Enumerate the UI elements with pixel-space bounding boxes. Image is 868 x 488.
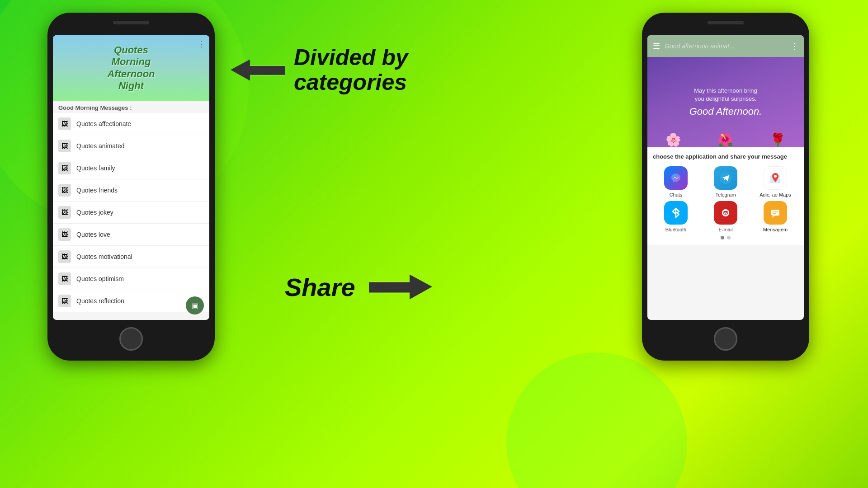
right-home-button[interactable] — [714, 327, 737, 351]
telegram-icon — [714, 166, 737, 190]
right-more-icon[interactable]: ⋮ — [790, 41, 798, 51]
list-item[interactable]: 🖼 Quotes reflection — [53, 290, 209, 312]
bluetooth-icon — [664, 201, 688, 225]
maps-icon — [764, 166, 787, 190]
message-icon — [764, 201, 787, 225]
list-label-optimism: Quotes optimism — [76, 275, 124, 282]
divided-text: Divided by categories — [294, 45, 408, 95]
left-phone-speaker — [113, 21, 149, 24]
list-item[interactable]: 🖼 Quotes love — [53, 224, 209, 246]
left-phone-screen: Quotes Morning Afternoon Night ⋮ Good Mo… — [53, 35, 209, 320]
divided-section: Divided by categories — [231, 45, 408, 95]
list-label-friends: Quotes friends — [76, 187, 118, 194]
flower-icon-1: 🌸 — [665, 132, 681, 147]
share-section: Share — [285, 271, 432, 303]
fab-icon: ▣ — [192, 301, 198, 310]
dot-2 — [727, 236, 731, 239]
right-menu-icon[interactable]: ☰ — [653, 41, 660, 51]
list-label-animated: Quotes animated — [76, 142, 125, 150]
dots-indicator — [653, 236, 798, 239]
email-icon — [714, 201, 737, 225]
list-label-family: Quotes family — [76, 164, 115, 172]
list-label-love: Quotes love — [76, 231, 110, 238]
share-panel-title: choose the application and share your me… — [653, 153, 798, 161]
right-phone: ☰ Good afternoon animat... ⋮ May this af… — [642, 13, 809, 361]
list-icon-friends: 🖼 — [58, 184, 71, 197]
left-banner: Quotes Morning Afternoon Night ⋮ — [53, 35, 209, 101]
app-item-chats[interactable]: Chats — [653, 166, 699, 197]
section-title: Good Morning Messages : — [53, 101, 209, 113]
app-label-message: Mensagem — [763, 227, 788, 232]
flower-icon-2: 🌺 — [717, 132, 733, 147]
app-grid: Chats Telegram — [653, 166, 798, 232]
list-item[interactable]: 🖼 Quotes affectionate — [53, 113, 209, 135]
dot-1 — [721, 236, 724, 239]
svg-rect-14 — [771, 210, 779, 216]
list-icon-love: 🖼 — [58, 228, 71, 241]
list-icon-animated: 🖼 — [58, 140, 71, 152]
flowers-decoration: 🌸 🌺 🌹 — [647, 120, 804, 147]
list-item[interactable]: 🖼 Quotes jokey — [53, 202, 209, 224]
messenger-icon — [664, 166, 688, 190]
banner-menu-dots[interactable]: ⋮ — [198, 39, 206, 49]
app-label-telegram: Telegram — [715, 192, 736, 197]
list-icon-optimism: 🖼 — [58, 272, 71, 285]
app-item-message[interactable]: Mensagem — [752, 201, 798, 232]
app-label-maps: Adic. ao Maps — [760, 192, 791, 197]
list-label-motivational: Quotes motivational — [76, 253, 132, 260]
right-phone-screen: ☰ Good afternoon animat... ⋮ May this af… — [647, 35, 804, 320]
right-header: ☰ Good afternoon animat... ⋮ — [647, 35, 804, 57]
list-label-affectionate: Quotes affectionate — [76, 120, 131, 127]
list-item[interactable]: 🖼 Quotes animated — [53, 135, 209, 157]
right-arrow-icon — [369, 271, 432, 303]
list-label-jokey: Quotes jokey — [76, 209, 113, 216]
app-item-telegram[interactable]: Telegram — [703, 166, 749, 197]
list-item[interactable]: 🖼 Quotes friends — [53, 179, 209, 202]
share-panel: choose the application and share your me… — [647, 147, 804, 245]
afternoon-script-text: Good Afternoon. — [689, 106, 762, 117]
list-label-reflection: Quotes reflection — [76, 297, 124, 305]
list-item[interactable]: 🖼 Quotes motivational — [53, 246, 209, 268]
banner-text: Quotes Morning Afternoon Night — [107, 44, 155, 92]
app-label-bluetooth: Bluetooth — [665, 227, 686, 232]
fab-button[interactable]: ▣ — [186, 296, 204, 314]
list-icon-motivational: 🖼 — [58, 250, 71, 263]
right-phone-speaker — [708, 21, 744, 24]
list-item[interactable]: 🖼 Quotes family — [53, 157, 209, 179]
flower-icon-3: 🌹 — [770, 132, 786, 147]
svg-point-7 — [774, 175, 777, 178]
share-text: Share — [285, 272, 355, 302]
app-label-chats: Chats — [670, 192, 683, 197]
svg-marker-3 — [369, 275, 432, 300]
list-icon-jokey: 🖼 — [58, 206, 71, 219]
list-item[interactable]: 🖼 Quotes optimism — [53, 268, 209, 290]
app-item-email[interactable]: E-mail — [703, 201, 749, 232]
list-icon-affectionate: 🖼 — [58, 117, 71, 130]
app-label-email: E-mail — [718, 227, 732, 232]
list-icon-reflection: 🖼 — [58, 295, 71, 307]
app-item-maps[interactable]: Adic. ao Maps — [752, 166, 798, 197]
left-arrow-icon — [231, 56, 285, 84]
afternoon-text-line1: May this afternoon bring you delightful … — [694, 87, 757, 103]
svg-marker-1 — [231, 59, 285, 80]
right-header-title: Good afternoon animat... — [665, 42, 786, 50]
quotes-list: 🖼 Quotes affectionate 🖼 Quotes animated … — [53, 113, 209, 312]
list-icon-family: 🖼 — [58, 162, 71, 174]
left-home-button[interactable] — [119, 327, 143, 351]
app-item-bluetooth[interactable]: Bluetooth — [653, 201, 699, 232]
left-phone: Quotes Morning Afternoon Night ⋮ Good Mo… — [47, 13, 215, 361]
afternoon-banner: May this afternoon bring you delightful … — [647, 57, 804, 147]
